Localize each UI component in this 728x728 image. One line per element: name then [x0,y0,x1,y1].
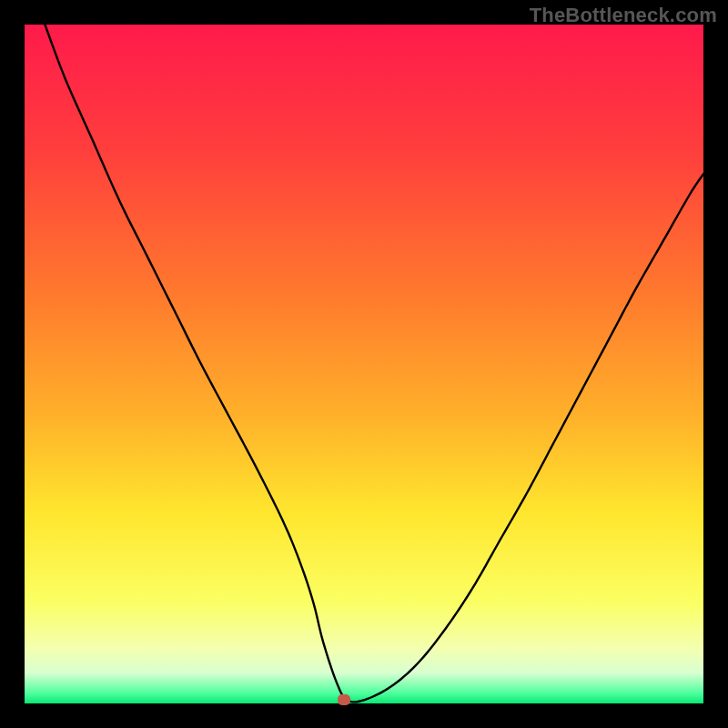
curve-layer [25,25,703,703]
plot-area [25,25,703,703]
watermark-text: TheBottleneck.com [530,4,717,27]
optimal-point-marker [338,694,350,705]
chart-frame: TheBottleneck.com [0,0,728,728]
bottleneck-curve [45,25,703,702]
